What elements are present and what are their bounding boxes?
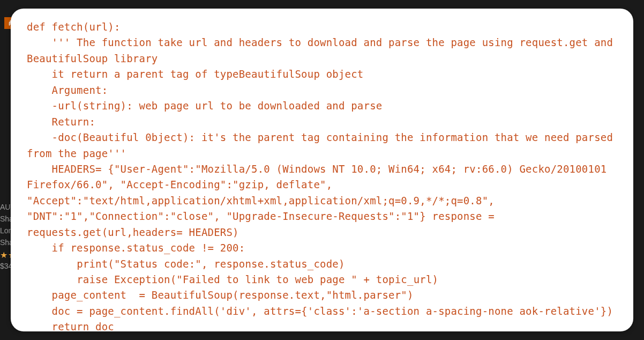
code-line: -url(string): web page url to be downloa… (27, 100, 382, 112)
code-line: -doc(Beautiful 0bject): it's the parent … (27, 131, 619, 159)
code-line: def fetch(url): (27, 21, 121, 33)
code-line: page_content = BeautifulSoup(response.te… (27, 289, 414, 301)
code-block: def fetch(url): ''' The function take ur… (27, 19, 617, 335)
code-line: return doc (27, 321, 114, 332)
code-line: HEADERS= {"User-Agent":"Mozilla/5.0 (Win… (27, 163, 613, 238)
code-card: def fetch(url): ''' The function take ur… (11, 9, 633, 331)
code-line: print("Status code:", response.status_co… (27, 258, 345, 270)
code-line: Return: (27, 116, 95, 128)
code-line: ''' The function take url and headers to… (27, 36, 619, 64)
code-line: doc = page_content.findAll('div', attrs=… (27, 305, 613, 317)
code-line: raise Exception("Failed to link to web p… (27, 274, 438, 285)
code-line: if response.status_code != 200: (27, 242, 245, 254)
code-line: it return a parent tag of typeBeautifulS… (27, 68, 364, 80)
code-line: Argument: (27, 84, 108, 96)
